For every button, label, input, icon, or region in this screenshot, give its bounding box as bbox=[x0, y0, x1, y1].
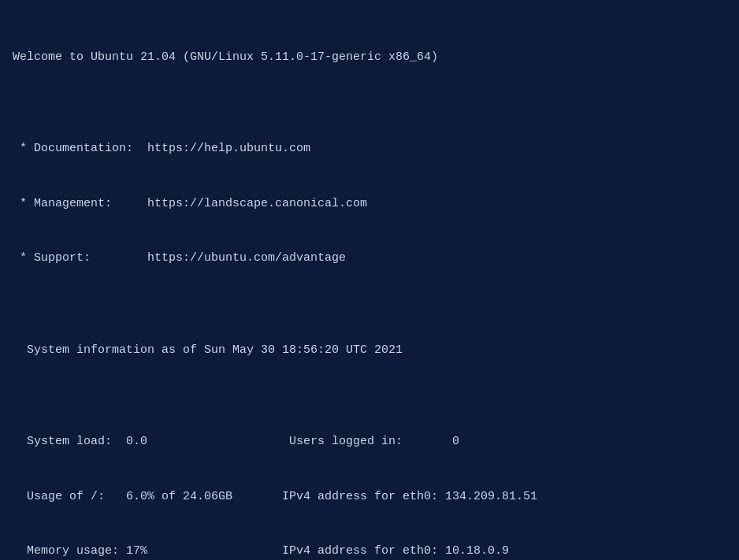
support-line: * Support: https://ubuntu.com/advantage bbox=[13, 249, 726, 267]
welcome-line: Welcome to Ubuntu 21.04 (GNU/Linux 5.11.… bbox=[13, 48, 726, 66]
doc-line: * Documentation: https://help.ubuntu.com bbox=[13, 139, 726, 158]
terminal-window: Welcome to Ubuntu 21.04 (GNU/Linux 5.11.… bbox=[13, 11, 726, 560]
memory-line: Memory usage: 17% IPv4 address for eth0:… bbox=[13, 542, 726, 560]
mgmt-line: * Management: https://landscape.canonica… bbox=[13, 195, 726, 213]
sysinfo-line: System information as of Sun May 30 18:5… bbox=[13, 341, 726, 359]
usage-line: Usage of /: 6.0% of 24.06GB IPv4 address… bbox=[13, 488, 726, 506]
sysload-line: System load: 0.0 Users logged in: 0 bbox=[13, 432, 726, 451]
